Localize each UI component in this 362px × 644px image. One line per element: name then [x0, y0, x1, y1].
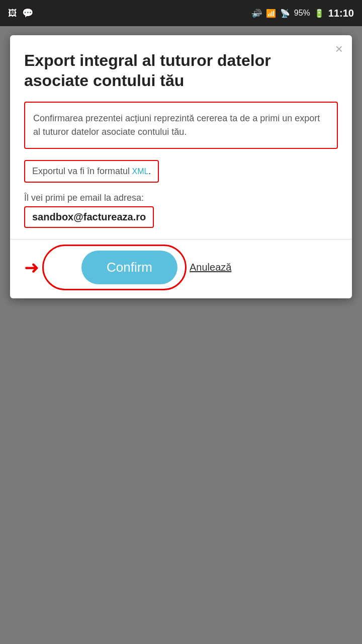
status-left-icons: 🖼 💬: [8, 8, 33, 19]
signal-icon: 📡: [280, 9, 290, 18]
modal-divider: [10, 239, 352, 239]
modal-email-section: Îl vei primi pe email la adresa: sandbox…: [24, 193, 338, 228]
modal-format-box: Exportul va fi în formatul XML.: [24, 160, 159, 183]
modal-title: Export integral al tuturor datelor asoci…: [24, 50, 338, 91]
chat-icon: 💬: [22, 8, 33, 19]
status-bar: 🖼 💬 🔊 📶 📡 95% 🔋 11:10: [0, 0, 362, 26]
modal-description-text: Confirmarea prezentei acțiuni reprezintă…: [33, 112, 329, 139]
modal-email-box: sandbox@factureaza.ro: [24, 206, 154, 228]
cancel-button[interactable]: Anulează: [190, 262, 231, 273]
modal-dialog: × Export integral al tuturor datelor aso…: [10, 35, 352, 298]
modal-email-value: sandbox@factureaza.ro: [32, 211, 146, 222]
confirm-button[interactable]: Confirm: [81, 251, 177, 284]
modal-format-section: Exportul va fi în formatul XML.: [24, 160, 338, 188]
period: .: [148, 167, 150, 176]
wifi-icon: 📶: [266, 9, 276, 18]
status-right-icons: 🔊 📶 📡 95% 🔋 11:10: [252, 8, 354, 19]
modal-close-button[interactable]: ×: [335, 42, 343, 55]
photo-icon: 🖼: [8, 8, 17, 19]
modal-format-label: Exportul va fi în formatul: [32, 166, 130, 176]
battery-icon: 🔋: [314, 9, 324, 18]
status-time: 11:10: [328, 8, 354, 19]
modal-email-label: Îl vei primi pe email la adresa:: [24, 193, 338, 203]
arrow-annotation: ➜: [24, 257, 39, 278]
battery-percent: 95%: [294, 9, 310, 18]
modal-description-box: Confirmarea prezentei acțiuni reprezintă…: [24, 102, 338, 149]
xml-link[interactable]: XML: [132, 167, 149, 176]
modal-actions: ➜ Confirm Anulează: [24, 251, 338, 284]
mute-icon: 🔊: [252, 9, 262, 18]
confirm-button-wrapper: Confirm: [51, 251, 177, 284]
